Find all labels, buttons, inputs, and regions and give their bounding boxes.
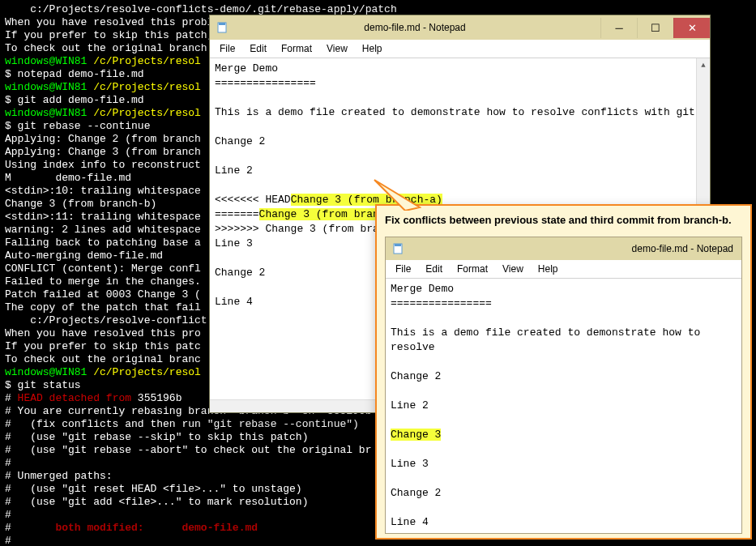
editor-line [215,178,705,193]
close-button[interactable]: ✕ [673,18,710,38]
editor-line: ================ [391,296,737,311]
menubar: FileEditFormatViewHelp [386,260,741,279]
menu-help[interactable]: Help [356,41,389,56]
editor-line [391,384,737,399]
menu-file[interactable]: File [213,41,241,56]
notepad-icon [392,242,405,255]
editor-line [391,442,737,457]
editor-line: This is a demo file created to demonstra… [391,326,737,355]
menubar: FileEditFormatViewHelp [210,40,710,58]
window-title: demo-file.md - Notepad [405,243,741,254]
editor-line: This is a demo file created to demonstra… [215,105,705,120]
svg-marker-2 [374,180,420,211]
editor-line: Line 3 [391,457,737,471]
editor-line: Change 3 [391,428,737,442]
editor-line [215,91,705,105]
editor-line: Merge Demo [215,62,705,76]
editor-line: Change 2 [391,369,737,384]
titlebar[interactable]: demo-file.md - Notepad ─ ☐ ✕ [210,15,710,40]
maximize-button[interactable]: ☐ [637,18,673,38]
callout-pointer [373,178,421,211]
menu-view[interactable]: View [320,41,354,56]
window-title: demo-file.md - Notepad [229,22,600,33]
annotation-callout: Fix conflicts between previous state and… [375,204,752,540]
notepad-icon [216,21,229,34]
minimize-button[interactable]: ─ [600,18,637,38]
editor-line [215,149,705,164]
menu-file[interactable]: File [389,262,417,276]
svg-rect-1 [219,23,225,25]
editor-line: Merge Demo [391,282,737,296]
menu-edit[interactable]: Edit [243,41,273,56]
editor-line: Change 2 [391,486,737,501]
notepad-window-result[interactable]: demo-file.md - Notepad FileEditFormatVie… [385,237,742,534]
svg-rect-4 [395,244,401,246]
editor-line [391,501,737,515]
editor-line: Change 2 [215,134,705,149]
menu-view[interactable]: View [496,262,530,276]
editor-line [391,355,737,369]
editor-line [215,120,705,134]
editor-line [391,413,737,428]
menu-format[interactable]: Format [275,41,318,56]
text-editor[interactable]: Merge Demo================ This is a dem… [386,279,741,533]
callout-text: Fix conflicts between previous state and… [385,212,742,228]
window-buttons: ─ ☐ ✕ [600,18,710,38]
scroll-up-icon[interactable]: ▲ [697,58,710,72]
menu-edit[interactable]: Edit [419,262,449,276]
menu-help[interactable]: Help [532,262,565,276]
titlebar[interactable]: demo-file.md - Notepad [386,237,741,260]
editor-line: ================ [215,76,705,91]
editor-line: Line 4 [391,515,737,530]
editor-line: Line 2 [391,399,737,413]
editor-line [391,471,737,486]
editor-line [391,311,737,326]
editor-line: Line 2 [215,164,705,178]
menu-format[interactable]: Format [451,262,494,276]
